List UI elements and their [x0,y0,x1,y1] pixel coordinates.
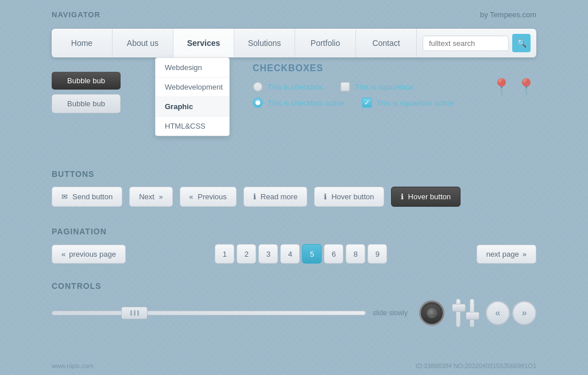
controls-title: CONTROLS [52,281,536,291]
next-page-icon: » [523,250,527,258]
page-5[interactable]: 5 [302,244,322,264]
round-prev-icon: « [496,308,501,318]
checkbox-label-4: This is squaebox active [377,99,454,107]
pagination-row: « previous page 1 2 3 4 5 6 8 9 next pag… [52,244,536,264]
next-button[interactable]: Next » [129,187,172,207]
info-icon-2: ℹ [324,192,327,201]
hover-button-light[interactable]: ℹ Hover button [314,187,384,207]
vert-slider-2 [470,299,474,327]
navbar: Home About us Services Solutions Portfol… [52,29,536,57]
page-numbers: 1 2 3 4 5 6 8 9 [215,244,387,264]
map-pin-1: 📍 [492,78,512,96]
nav-services[interactable]: Services [173,29,234,57]
checkboxes-section: CHECKBOXES This is checkbox This is sqau… [253,63,454,114]
next-page-label: next page [486,250,519,258]
info-icon-3: ℹ [401,192,404,201]
slider-grip [130,310,139,316]
search-button[interactable]: 🔍 [512,34,531,52]
buttons-row: ✉ Send button Next » « Previous ℹ Read m… [52,187,536,207]
page-2[interactable]: 2 [237,244,256,264]
page-6[interactable]: 6 [324,244,343,264]
services-dropdown: Webdesign Webdevelopment Graphic HTML&CS… [155,57,230,136]
pagination-section: PAGINATION « previous page 1 2 3 4 5 6 8… [52,227,536,264]
vert-slider-1 [456,299,461,327]
checkbox-2[interactable]: This is sqaurebox [340,82,413,92]
search-icon: 🔍 [517,38,527,48]
dropdown-webdesign[interactable]: Webdesign [156,58,229,78]
map-icons: 📍 📍 [492,78,536,96]
grip-dot-2 [134,310,136,316]
square-1[interactable] [340,82,350,92]
controls-section: CONTROLS slide slowly [52,281,536,327]
nav-home[interactable]: Home [52,29,113,57]
prev-arrow-icon: « [189,193,194,201]
checkboxes-title: CHECKBOXES [253,63,454,74]
dropdown-graphic[interactable]: Graphic [156,97,229,117]
page-8[interactable]: 8 [346,244,365,264]
credit-text: by Tempees.com [480,10,536,19]
hover-button-dark[interactable]: ℹ Hover button [391,187,461,207]
hover-light-label: Hover button [331,192,374,201]
prev-page-icon: « [61,250,65,258]
vert-track-1[interactable] [456,299,461,327]
search-area: 🔍 [417,29,536,57]
slider-track[interactable] [52,311,366,315]
vert-thumb-2[interactable] [466,312,479,320]
radio-active[interactable] [253,98,263,108]
next-page-button[interactable]: next page » [477,245,536,264]
slider-container: slide slowly [52,309,408,317]
slider-thumb[interactable] [121,307,148,319]
controls-row: slide slowly « » [52,299,536,327]
vertical-sliders [456,299,474,327]
map-pin-2: 📍 [516,78,536,96]
page-3[interactable]: 3 [258,244,278,264]
page-9[interactable]: 9 [368,244,387,264]
pagination-title: PAGINATION [52,227,536,236]
round-next-button[interactable]: » [512,301,536,325]
checkbox-label-2: This is sqaurebox [355,83,413,91]
nav-solutions[interactable]: Solutions [234,29,295,57]
send-button[interactable]: ✉ Send button [52,187,122,207]
prev-button-label: Previous [198,192,227,201]
nav-contact[interactable]: Contact [356,29,417,57]
grip-dot-1 [130,310,132,316]
bubble-btn-1[interactable]: Bubble bub [52,72,121,90]
send-button-label: Send button [72,192,113,201]
read-more-button[interactable]: ℹ Read more [243,187,307,207]
dropdown-webdev[interactable]: Webdevelopment [156,78,229,97]
bottom-id: ID:33888384 NO:202204031553566991O1 [416,362,536,369]
page-1[interactable]: 1 [215,244,234,264]
buttons-title: BUTTONS [52,169,536,179]
vert-track-2[interactable] [470,299,474,327]
bubble-btn-2[interactable]: Bubble bub [52,94,121,113]
navigator-title: NAVIGATOR [52,10,100,19]
toggle-button[interactable] [419,300,444,326]
info-icon-1: ℹ [253,192,256,201]
round-nav: « » [486,301,536,325]
grip-dot-3 [137,310,139,316]
vert-thumb-1[interactable] [452,304,466,312]
search-input[interactable] [423,36,509,51]
round-next-icon: » [522,308,527,318]
previous-button[interactable]: « Previous [180,187,237,207]
prev-page-button[interactable]: « previous page [52,245,126,264]
page-4[interactable]: 4 [280,244,300,264]
nav-about[interactable]: About us [113,29,173,57]
bottom-site: www.nipic.com [52,362,94,369]
nav-portfolio[interactable]: Portfolio [295,29,356,57]
round-prev-button[interactable]: « [486,301,510,325]
dropdown-html[interactable]: HTML&CSS [156,117,229,136]
bubble-section: Bubble bub Bubble bub [52,72,121,113]
checkbox-4[interactable]: This is squaebox active [362,98,454,108]
checkbox-label-3: This is checkbox active [268,99,345,107]
slider-label: slide slowly [373,309,408,317]
checkbox-1[interactable]: This is checkbox [253,82,323,92]
radio-1[interactable] [253,82,263,92]
square-active[interactable] [362,98,372,108]
toggle-knob [427,308,437,318]
checkbox-row-1: This is checkbox This is sqaurebox [253,82,454,92]
checkbox-3[interactable]: This is checkbox active [253,98,345,108]
checkbox-row-2: This is checkbox active This is squaebox… [253,98,454,108]
envelope-icon: ✉ [61,192,68,201]
checkbox-label-1: This is checkbox [268,83,323,91]
